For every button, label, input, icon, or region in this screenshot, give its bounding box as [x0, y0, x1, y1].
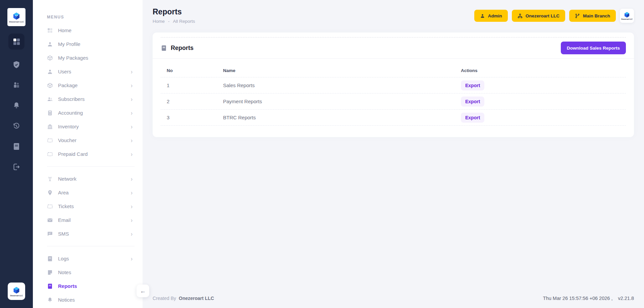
sidebar-collapse-button[interactable]: ← — [137, 285, 149, 297]
sidebar-item-tickets[interactable]: Tickets › — [33, 199, 143, 213]
sidebar-item-subscribers[interactable]: Subscribers › — [33, 92, 143, 106]
bank-icon — [47, 124, 53, 130]
export-button[interactable]: Export — [461, 113, 484, 123]
cell-name: Payment Reports — [223, 99, 461, 104]
admin-button[interactable]: Admin — [474, 10, 508, 22]
envelope-icon — [47, 217, 53, 223]
sidebar-item-label: Users — [58, 69, 71, 74]
cell-no: 3 — [161, 115, 223, 120]
hexagon-logo-icon — [624, 11, 630, 18]
sidebar-item-my-profile[interactable]: My Profile — [33, 37, 143, 51]
column-header-no: No — [161, 68, 223, 73]
admin-button-label: Admin — [488, 13, 502, 18]
sidebar-item-email[interactable]: Email › — [33, 213, 143, 227]
sidebar-item-prepaid-card[interactable]: Prepaid Card › — [33, 147, 143, 161]
sidebar-item-label: Tickets — [58, 203, 74, 209]
created-by-value: Onezeroart LLC — [179, 296, 214, 301]
shield-check-icon — [12, 61, 20, 69]
sidebar-item-package[interactable]: Package › — [33, 78, 143, 92]
cell-no: 1 — [161, 82, 223, 88]
book-icon — [161, 45, 167, 51]
sidebar-item-network[interactable]: Network › — [33, 172, 143, 186]
footer-datetime: Thu Mar 26 15:57:56 +06 2026 , — [543, 296, 613, 301]
column-header-name: Name — [223, 68, 461, 73]
antenna-icon — [47, 176, 53, 182]
reports-card: Reports Download Sales Reports No Name A… — [153, 33, 634, 137]
chevron-right-icon: › — [131, 217, 132, 223]
package-icon — [47, 55, 53, 61]
brand-logo-bottom: Onezeroart LLC — [8, 283, 25, 300]
map-pin-icon — [47, 190, 53, 196]
rail-reports-button[interactable] — [8, 136, 24, 157]
card-title: Reports — [171, 45, 194, 52]
sidebar-item-my-packages[interactable]: My Packages — [33, 51, 143, 65]
rail-history-button[interactable] — [8, 116, 24, 136]
sidebar-item-label: My Packages — [58, 55, 88, 61]
brand-logo: Onezeroart LLC — [7, 8, 25, 26]
chat-icon — [47, 231, 53, 237]
page-title: Reports — [153, 7, 195, 16]
topbar: Reports Home - All Reports Admin Onezero… — [153, 7, 634, 24]
card-title-wrap: Reports — [161, 45, 194, 52]
rail-shield-button[interactable] — [8, 54, 24, 75]
sidebar-item-label: Prepaid Card — [58, 151, 88, 157]
user-icon — [47, 41, 53, 47]
branch-button[interactable]: Main Branch — [569, 10, 616, 22]
created-by-label: Created By — [153, 296, 176, 301]
export-button[interactable]: Export — [461, 97, 484, 107]
calculator-icon — [47, 110, 53, 116]
company-button[interactable]: Onezeroart LLC — [512, 10, 565, 22]
sidebar-item-voucher[interactable]: Voucher › — [33, 133, 143, 147]
footer-meta: Thu Mar 26 15:57:56 +06 2026 , v2.21.8 — [543, 296, 634, 301]
ticket-icon — [47, 203, 53, 209]
book-icon — [47, 256, 53, 262]
sidebar-item-label: SMS — [58, 231, 69, 237]
chevron-right-icon: › — [131, 176, 132, 182]
sidebar: MENUS Home My Profile My Packages Users … — [33, 0, 143, 308]
sidebar-item-label: Area — [58, 190, 69, 195]
rail-team-button[interactable] — [8, 75, 24, 95]
rail-logout-button[interactable] — [8, 157, 24, 177]
brand-logo-caption: Onezeroart LLC — [10, 295, 23, 297]
cell-name: Sales Reports — [223, 82, 461, 88]
sidebar-item-accounting[interactable]: Accounting › — [33, 106, 143, 120]
reports-table: No Name Actions 1 Sales Reports Export 2… — [153, 59, 634, 126]
grid-icon — [47, 27, 53, 34]
sidebar-item-label: Email — [58, 217, 71, 223]
sidebar-item-reports[interactable]: Reports — [33, 279, 143, 293]
git-branch-icon — [575, 13, 580, 18]
chevron-right-icon: › — [131, 231, 132, 237]
chevron-right-icon: › — [131, 203, 132, 209]
sidebar-divider — [47, 166, 135, 167]
breadcrumb-home[interactable]: Home — [153, 19, 165, 24]
export-button[interactable]: Export — [461, 80, 484, 90]
sidebar-item-sms[interactable]: SMS › — [33, 227, 143, 241]
sidebar-item-label: Notes — [58, 269, 71, 275]
chevron-right-icon: › — [131, 96, 132, 102]
sidebar-item-users[interactable]: Users › — [33, 65, 143, 78]
users-group-icon — [47, 96, 53, 102]
package-icon — [47, 82, 53, 88]
footer-credit: Created By Onezeroart LLC — [153, 296, 214, 301]
sidebar-item-label: Inventory — [58, 124, 79, 129]
sidebar-item-notices[interactable]: Notices — [33, 293, 143, 307]
chevron-right-icon: › — [131, 110, 132, 116]
breadcrumb-current: All Reports — [173, 19, 195, 24]
chevron-right-icon: › — [131, 68, 132, 75]
sidebar-item-label: Package — [58, 82, 77, 88]
chevron-right-icon: › — [131, 151, 132, 157]
download-sales-reports-button[interactable]: Download Sales Reports — [561, 42, 626, 54]
chevron-right-icon: › — [131, 82, 132, 88]
sitemap-icon — [518, 13, 523, 18]
sidebar-item-area[interactable]: Area › — [33, 186, 143, 199]
rail-dashboard-button[interactable] — [8, 34, 24, 50]
sidebar-item-label: Subscribers — [58, 96, 85, 102]
user-icon — [47, 69, 53, 75]
arrow-left-icon: ← — [140, 288, 146, 295]
sidebar-item-home[interactable]: Home — [33, 23, 143, 37]
sidebar-item-notes[interactable]: Notes — [33, 265, 143, 279]
topbar-actions: Admin Onezeroart LLC Main Branch Onezero… — [474, 9, 634, 23]
rail-notifications-button[interactable] — [8, 95, 24, 116]
sidebar-item-inventory[interactable]: Inventory › — [33, 120, 143, 133]
sidebar-item-logs[interactable]: Logs › — [33, 252, 143, 265]
